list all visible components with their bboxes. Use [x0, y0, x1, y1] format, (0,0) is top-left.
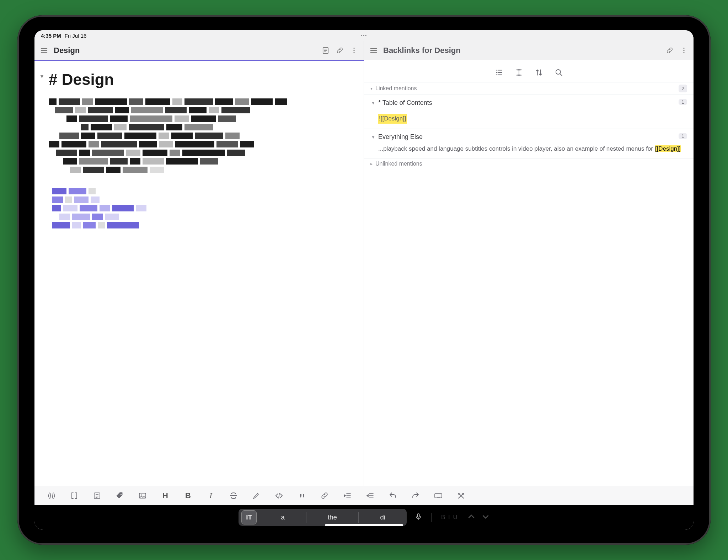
indent-icon[interactable] [342, 491, 352, 501]
note-icon[interactable] [92, 491, 102, 501]
ipad-frame: 4:35 PM Fri Jul 16 ••• [17, 15, 711, 545]
backlink-result[interactable]: ▼ Everything Else 1 ...playback speed an… [364, 129, 694, 158]
editor-pane[interactable]: ▼ # Design [34, 61, 364, 486]
italic-button[interactable]: I [206, 491, 216, 501]
backlink-match-highlight: [[Design]] [655, 145, 681, 152]
unlinked-mentions-header[interactable]: ▸ Unlinked mentions [364, 158, 694, 169]
status-bar: 4:35 PM Fri Jul 16 ••• [34, 30, 694, 41]
status-time: 4:35 PM [41, 33, 61, 39]
split-view: ▼ # Design [34, 61, 694, 486]
redacted-body-text [49, 98, 319, 228]
hamburger-menu-icon[interactable] [369, 46, 378, 55]
redo-icon[interactable] [411, 491, 421, 501]
more-vertical-icon[interactable] [679, 46, 689, 55]
svg-point-18 [141, 494, 142, 495]
home-indicator[interactable] [325, 524, 403, 526]
app-headers: Design Backlinks for Design [34, 41, 694, 60]
backlink-source-title: Everything Else [378, 133, 423, 140]
wikilink-icon[interactable] [47, 491, 57, 501]
backlink-match-count: 1 [679, 99, 687, 105]
list-collapse-icon[interactable] [494, 68, 504, 77]
svg-point-9 [353, 50, 354, 51]
separator [432, 513, 432, 522]
brackets-icon[interactable] [69, 491, 79, 501]
quicktype-suggestion[interactable]: the [306, 513, 358, 521]
chevron-right-icon: ▸ [370, 161, 373, 166]
backlink-source-title: * Table of Contents [378, 99, 432, 106]
svg-point-12 [683, 50, 684, 51]
backlink-match-count: 1 [679, 133, 687, 139]
svg-point-20 [459, 493, 460, 495]
svg-point-21 [462, 493, 464, 495]
backlinks-pane: ▾ Linked mentions 2 ▼ * Table of Content… [364, 61, 694, 486]
editor-toolbar: H B I [34, 486, 694, 505]
backlink-result[interactable]: ▼ * Table of Contents 1 ![[Design]] [364, 95, 694, 129]
tag-icon[interactable] [115, 491, 125, 501]
screen: 4:35 PM Fri Jul 16 ••• [34, 30, 694, 530]
left-pane-header: Design [34, 41, 364, 60]
dictation-icon[interactable] [414, 513, 422, 522]
svg-point-16 [121, 494, 122, 495]
left-pane-title: Design [54, 46, 80, 55]
search-icon[interactable] [554, 68, 563, 77]
format-biu-button[interactable]: B I U [441, 514, 458, 521]
backlinks-toolbar [364, 61, 694, 82]
fold-caret-icon[interactable]: ▼ [39, 74, 44, 79]
right-pane-header: Backlinks for Design [364, 41, 694, 60]
unlinked-mentions-label: Unlinked mentions [375, 161, 422, 167]
insert-link-icon[interactable] [320, 491, 330, 501]
context-expand-icon[interactable] [514, 68, 524, 77]
code-icon[interactable] [274, 491, 284, 501]
linked-mentions-header[interactable]: ▾ Linked mentions 2 [364, 82, 694, 95]
chevron-down-icon[interactable] [482, 513, 489, 522]
undo-icon[interactable] [388, 491, 398, 501]
status-date: Fri Jul 16 [65, 33, 87, 39]
chevron-up-icon[interactable] [467, 513, 475, 522]
keyboard-shortcut-bar: IT a the di B I U [34, 505, 694, 530]
linked-mentions-label: Linked mentions [375, 85, 417, 92]
outdent-icon[interactable] [365, 491, 375, 501]
settings-icon[interactable] [456, 491, 466, 501]
image-icon[interactable] [138, 491, 148, 501]
svg-point-11 [683, 47, 684, 48]
quicktype-suggestion[interactable]: a [259, 513, 306, 521]
chevron-down-icon[interactable]: ▼ [371, 101, 375, 106]
more-vertical-icon[interactable] [349, 46, 359, 55]
keyboard-language-button[interactable]: IT [241, 510, 257, 524]
chevron-down-icon: ▾ [370, 86, 373, 91]
strikethrough-icon[interactable] [229, 491, 239, 501]
chevron-down-icon[interactable]: ▼ [371, 135, 375, 140]
quote-icon[interactable] [297, 491, 307, 501]
heading-button[interactable]: H [160, 491, 170, 501]
reading-mode-icon[interactable] [321, 46, 330, 55]
linked-mentions-count: 2 [679, 85, 687, 92]
highlight-icon[interactable] [251, 491, 261, 501]
backlink-match-context: ...playback speed and language subtitles… [378, 144, 685, 154]
multitask-handle-icon[interactable]: ••• [361, 33, 368, 38]
link-icon[interactable] [335, 46, 344, 55]
svg-point-8 [353, 47, 354, 48]
quicktype-suggestion[interactable]: di [359, 513, 407, 521]
svg-rect-22 [417, 514, 419, 517]
backlink-match-highlight: ![[Design]] [378, 114, 407, 124]
bold-button[interactable]: B [183, 491, 193, 501]
right-pane-title: Backlinks for Design [383, 46, 461, 55]
svg-point-10 [353, 52, 354, 53]
hamburger-menu-icon[interactable] [39, 46, 49, 55]
sort-order-icon[interactable] [534, 68, 544, 77]
quicktype-bar: IT a the di [239, 509, 407, 526]
svg-point-13 [683, 52, 684, 53]
keyboard-icon[interactable] [433, 491, 443, 501]
link-icon[interactable] [665, 46, 674, 55]
document-heading[interactable]: # Design [49, 71, 349, 88]
